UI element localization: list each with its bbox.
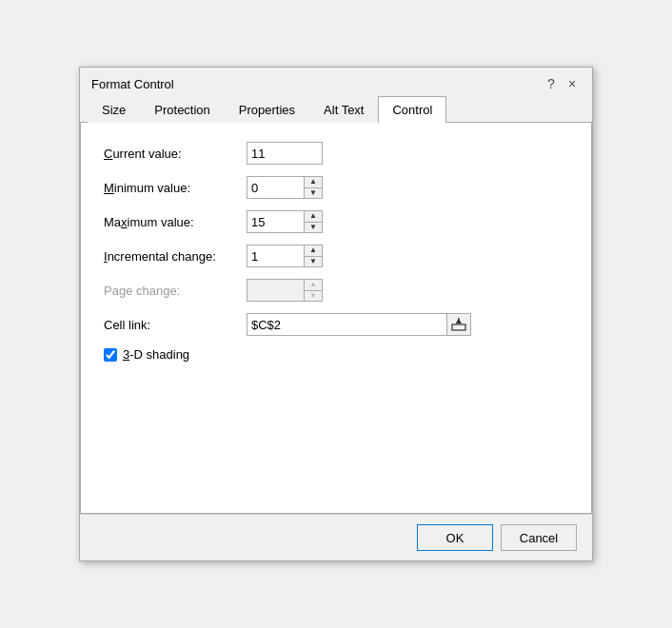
cell-link-pick-button[interactable] xyxy=(446,313,471,336)
page-change-up[interactable]: ▲ xyxy=(305,280,322,290)
incremental-change-down[interactable]: ▼ xyxy=(305,256,322,267)
maximum-value-label: Maximum value: xyxy=(104,215,247,229)
tab-alt-text[interactable]: Alt Text xyxy=(309,96,378,123)
maximum-value-spinner: ▲ ▼ xyxy=(247,210,323,233)
incremental-change-up[interactable]: ▲ xyxy=(305,245,322,256)
incremental-change-input[interactable] xyxy=(247,245,304,267)
minimum-value-label: Minimum value: xyxy=(104,181,247,195)
shading-checkbox-row: 3-D shading xyxy=(104,347,568,362)
maximum-value-down[interactable]: ▼ xyxy=(305,222,322,233)
incremental-change-row: Incremental change: ▲ ▼ xyxy=(104,245,568,267)
svg-rect-0 xyxy=(452,324,465,330)
tab-properties[interactable]: Properties xyxy=(225,96,309,123)
page-change-spinner: ▲ ▼ xyxy=(247,279,323,302)
cell-link-row: Cell link: xyxy=(104,313,568,336)
title-bar: Format Control ? × xyxy=(80,68,592,96)
page-change-down[interactable]: ▼ xyxy=(305,290,322,302)
maximum-value-spinner-btns: ▲ ▼ xyxy=(304,210,323,233)
incremental-change-spinner: ▲ ▼ xyxy=(247,245,323,267)
tab-protection[interactable]: Protection xyxy=(140,96,225,123)
tab-control[interactable]: Control xyxy=(378,96,446,123)
incremental-change-label: Incremental change: xyxy=(104,249,247,264)
page-change-label: Page change: xyxy=(104,284,247,298)
cell-link-label: Cell link: xyxy=(104,318,247,332)
minimum-value-row: Minimum value: ▲ ▼ xyxy=(104,176,568,199)
minimum-value-up[interactable]: ▲ xyxy=(305,177,322,187)
current-value-row: Current value: xyxy=(104,142,568,165)
help-button[interactable]: ? xyxy=(543,75,560,92)
maximum-value-input[interactable] xyxy=(247,210,304,233)
minimum-value-spinner: ▲ ▼ xyxy=(247,176,323,199)
dialog-title: Format Control xyxy=(91,77,174,91)
maximum-value-up[interactable]: ▲ xyxy=(305,211,322,222)
ok-button[interactable]: OK xyxy=(417,524,493,551)
dialog-footer: OK Cancel xyxy=(80,514,592,560)
svg-marker-3 xyxy=(456,319,462,324)
shading-checkbox[interactable] xyxy=(104,348,117,362)
page-change-input[interactable] xyxy=(247,279,304,302)
format-control-dialog: Format Control ? × Size Protection Prope… xyxy=(79,67,593,561)
tabs-bar: Size Protection Properties Alt Text Cont… xyxy=(80,96,592,123)
close-button[interactable]: × xyxy=(563,75,581,92)
dialog-content: Current value: Minimum value: ▲ ▼ Maximu… xyxy=(80,123,592,514)
minimum-value-input[interactable] xyxy=(247,176,304,199)
cell-link-group xyxy=(247,313,471,336)
page-change-row: Page change: ▲ ▼ xyxy=(104,279,568,302)
incremental-change-spinner-btns: ▲ ▼ xyxy=(304,245,323,267)
title-controls: ? × xyxy=(543,75,581,92)
maximum-value-row: Maximum value: ▲ ▼ xyxy=(104,210,568,233)
minimum-value-down[interactable]: ▼ xyxy=(305,187,322,199)
minimum-value-spinner-btns: ▲ ▼ xyxy=(304,176,323,199)
tab-size[interactable]: Size xyxy=(88,96,140,123)
current-value-input[interactable] xyxy=(247,142,323,165)
pick-cell-icon xyxy=(451,317,466,332)
cancel-button[interactable]: Cancel xyxy=(501,524,577,551)
cell-link-input[interactable] xyxy=(247,313,446,336)
current-value-label: Current value: xyxy=(104,147,247,161)
page-change-spinner-btns: ▲ ▼ xyxy=(304,279,323,302)
shading-label[interactable]: 3-D shading xyxy=(123,347,189,362)
